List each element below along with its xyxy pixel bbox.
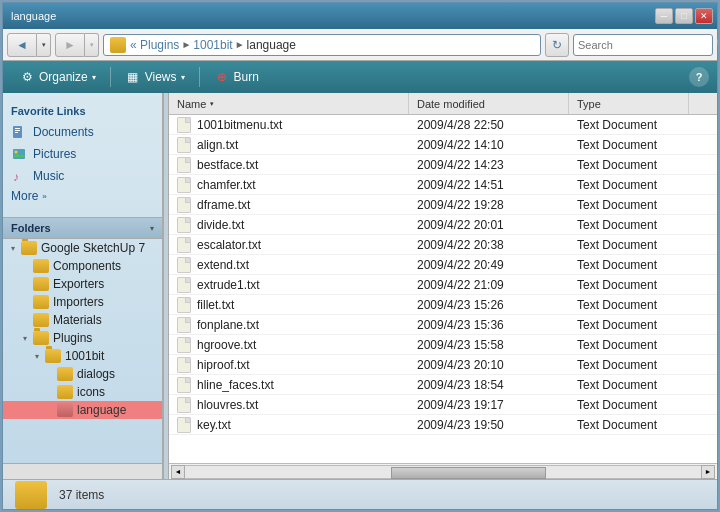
file-icon xyxy=(177,317,191,333)
scroll-right-button[interactable]: ► xyxy=(701,465,715,479)
tree-label-importers: Importers xyxy=(53,295,104,309)
svg-rect-2 xyxy=(15,130,20,131)
tree-item-components[interactable]: Components xyxy=(3,257,162,275)
documents-label: Documents xyxy=(33,125,94,139)
svg-rect-4 xyxy=(13,149,25,159)
refresh-button[interactable]: ↻ xyxy=(545,33,569,57)
more-link[interactable]: More » xyxy=(3,187,162,209)
table-row[interactable]: hgroove.txt 2009/4/23 15:58 Text Documen… xyxy=(169,335,717,355)
table-row[interactable]: 1001bitmenu.txt 2009/4/28 22:50 Text Doc… xyxy=(169,115,717,135)
file-name: hiproof.txt xyxy=(169,357,409,373)
folder-icon-components xyxy=(33,259,49,273)
col-date[interactable]: Date modified xyxy=(409,93,569,114)
table-row[interactable]: fonplane.txt 2009/4/23 15:36 Text Docume… xyxy=(169,315,717,335)
minimize-button[interactable]: ─ xyxy=(655,8,673,24)
file-icon xyxy=(177,417,191,433)
scroll-left-button[interactable]: ◄ xyxy=(171,465,185,479)
search-box[interactable]: 🔍 xyxy=(573,34,713,56)
file-date: 2009/4/22 14:23 xyxy=(409,158,569,172)
views-button[interactable]: ▦ Views ▾ xyxy=(117,64,193,90)
file-name: fillet.txt xyxy=(169,297,409,313)
file-name: hline_faces.txt xyxy=(169,377,409,393)
file-type: Text Document xyxy=(569,278,689,292)
file-icon xyxy=(177,377,191,393)
scroll-track[interactable] xyxy=(185,465,701,479)
organize-icon: ⚙ xyxy=(19,69,35,85)
sidebar-item-music[interactable]: ♪ Music xyxy=(3,165,162,187)
tree-item-importers[interactable]: Importers xyxy=(3,293,162,311)
expander-1001bit: ▾ xyxy=(31,350,43,362)
organize-button[interactable]: ⚙ Organize ▾ xyxy=(11,64,104,90)
table-row[interactable]: hiproof.txt 2009/4/23 20:10 Text Documen… xyxy=(169,355,717,375)
expander-language xyxy=(43,404,55,416)
table-row[interactable]: divide.txt 2009/4/22 20:01 Text Document xyxy=(169,215,717,235)
breadcrumb-plugins[interactable]: « Plugins xyxy=(130,38,179,52)
file-date: 2009/4/28 22:50 xyxy=(409,118,569,132)
sidebar-item-documents[interactable]: Documents xyxy=(3,121,162,143)
table-row[interactable]: key.txt 2009/4/23 19:50 Text Document xyxy=(169,415,717,435)
status-bar: 37 items xyxy=(3,479,717,509)
music-label: Music xyxy=(33,169,64,183)
forward-button[interactable]: ► xyxy=(55,33,85,57)
file-name: align.txt xyxy=(169,137,409,153)
close-button[interactable]: ✕ xyxy=(695,8,713,24)
toolbar-separator-2 xyxy=(199,67,200,87)
back-button[interactable]: ◄ xyxy=(7,33,37,57)
address-path[interactable]: « Plugins ► 1001bit ► language xyxy=(103,34,541,56)
tree-item-dialogs[interactable]: dialogs xyxy=(3,365,162,383)
horizontal-scrollbar[interactable]: ◄ ► xyxy=(169,463,717,479)
folder-tree: ▾ Google SketchUp 7 Components xyxy=(3,239,162,463)
table-row[interactable]: fillet.txt 2009/4/23 15:26 Text Document xyxy=(169,295,717,315)
file-date: 2009/4/22 20:38 xyxy=(409,238,569,252)
back-dropdown[interactable]: ▾ xyxy=(37,33,51,57)
col-name[interactable]: Name ▾ xyxy=(169,93,409,114)
tree-item-language[interactable]: language xyxy=(3,401,162,419)
help-button[interactable]: ? xyxy=(689,67,709,87)
file-list-body[interactable]: 1001bitmenu.txt 2009/4/28 22:50 Text Doc… xyxy=(169,115,717,463)
folders-header[interactable]: Folders ▾ xyxy=(3,217,162,239)
table-row[interactable]: dframe.txt 2009/4/22 19:28 Text Document xyxy=(169,195,717,215)
maximize-button[interactable]: □ xyxy=(675,8,693,24)
expander-materials xyxy=(19,314,31,326)
table-row[interactable]: align.txt 2009/4/22 14:10 Text Document xyxy=(169,135,717,155)
folder-icon xyxy=(110,37,126,53)
breadcrumb-1001bit[interactable]: 1001bit xyxy=(193,38,232,52)
table-row[interactable]: chamfer.txt 2009/4/22 14:51 Text Documen… xyxy=(169,175,717,195)
table-row[interactable]: hlouvres.txt 2009/4/23 19:17 Text Docume… xyxy=(169,395,717,415)
tree-item-plugins[interactable]: ▾ Plugins xyxy=(3,329,162,347)
tree-item-sketchup[interactable]: ▾ Google SketchUp 7 xyxy=(3,239,162,257)
documents-icon xyxy=(11,124,27,140)
file-list-header: Name ▾ Date modified Type xyxy=(169,93,717,115)
scroll-thumb[interactable] xyxy=(391,467,546,479)
col-type[interactable]: Type xyxy=(569,93,689,114)
table-row[interactable]: escalator.txt 2009/4/22 20:38 Text Docum… xyxy=(169,235,717,255)
file-name: key.txt xyxy=(169,417,409,433)
folder-icon-plugins xyxy=(33,331,49,345)
search-input[interactable] xyxy=(578,39,716,51)
tree-label-components: Components xyxy=(53,259,121,273)
forward-dropdown[interactable]: ▾ xyxy=(85,33,99,57)
search-icon[interactable]: 🔍 xyxy=(716,38,720,51)
tree-item-exporters[interactable]: Exporters xyxy=(3,275,162,293)
table-row[interactable]: hline_faces.txt 2009/4/23 18:54 Text Doc… xyxy=(169,375,717,395)
svg-rect-3 xyxy=(15,132,18,133)
expander-plugins: ▾ xyxy=(19,332,31,344)
burn-button[interactable]: ⊕ Burn xyxy=(206,64,267,90)
file-type: Text Document xyxy=(569,318,689,332)
table-row[interactable]: extrude1.txt 2009/4/22 21:09 Text Docume… xyxy=(169,275,717,295)
tree-item-materials[interactable]: Materials xyxy=(3,311,162,329)
file-name: bestface.txt xyxy=(169,157,409,173)
table-row[interactable]: extend.txt 2009/4/22 20:49 Text Document xyxy=(169,255,717,275)
folder-icon-exporters xyxy=(33,277,49,291)
tree-item-1001bit[interactable]: ▾ 1001bit xyxy=(3,347,162,365)
sidebar-item-pictures[interactable]: Pictures xyxy=(3,143,162,165)
file-list: Name ▾ Date modified Type 1001bitmenu.tx… xyxy=(169,93,717,479)
table-row[interactable]: bestface.txt 2009/4/22 14:23 Text Docume… xyxy=(169,155,717,175)
file-type: Text Document xyxy=(569,258,689,272)
file-date: 2009/4/23 20:10 xyxy=(409,358,569,372)
file-icon xyxy=(177,257,191,273)
tree-item-icons[interactable]: icons xyxy=(3,383,162,401)
file-type: Text Document xyxy=(569,158,689,172)
sep1: ► xyxy=(181,39,191,50)
nav-forward-group: ► ▾ xyxy=(55,33,99,57)
